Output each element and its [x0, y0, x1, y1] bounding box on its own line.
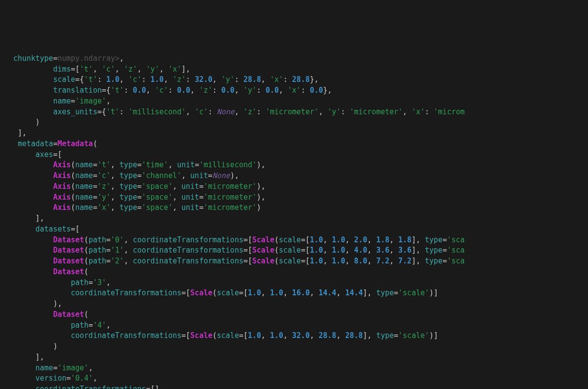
token: '0' [111, 235, 124, 244]
token: 'millisecond' [199, 160, 256, 169]
token: 0.0 [133, 86, 146, 95]
token: , [120, 75, 128, 84]
token: '4' [93, 321, 106, 330]
token: , [172, 182, 181, 191]
token: ], [18, 129, 26, 137]
token: 'z' [124, 65, 137, 74]
token: ( [71, 160, 75, 169]
token: = [93, 203, 98, 212]
token: 8.0 [354, 257, 368, 265]
token: unit [177, 160, 195, 169]
token: =[ [181, 288, 190, 297]
token: ( [274, 246, 279, 255]
token: name [75, 171, 93, 180]
token: , [124, 235, 133, 244]
token: path [89, 235, 106, 244]
token: =[ [301, 246, 310, 255]
token: = [137, 160, 142, 169]
code-line: ], [0, 352, 588, 363]
token: 1.8 [398, 235, 412, 244]
token: 1.0 [310, 257, 323, 265]
token: , [124, 246, 133, 255]
token: scale [217, 288, 239, 297]
token: metadata [18, 139, 53, 148]
token: 28.8 [244, 75, 261, 84]
token: : [142, 75, 150, 84]
token: datasets [35, 225, 71, 233]
token: =[ [53, 150, 62, 159]
token: = [442, 235, 447, 244]
code-line: path='3', [0, 278, 588, 288]
token: Dataset [53, 235, 84, 244]
token: )] [429, 331, 438, 340]
token: numpy [57, 54, 79, 63]
token: Scale [252, 246, 274, 255]
token: , [172, 193, 181, 202]
token: =[ [71, 65, 80, 74]
token: = [137, 203, 142, 212]
token: = [93, 160, 98, 169]
token: Dataset [53, 257, 84, 265]
token: ), [257, 182, 266, 191]
code-line: name='image', [0, 96, 588, 107]
token: , [115, 65, 124, 74]
token: 2.0 [354, 235, 368, 244]
token: ], [412, 257, 425, 265]
token: scale [279, 235, 301, 244]
token: 'sca [447, 246, 465, 255]
token: =[ [239, 331, 248, 340]
token: 'scale' [398, 331, 429, 340]
token: ) [35, 118, 40, 127]
token: 'scale' [398, 288, 429, 297]
token: 'x' [168, 65, 181, 74]
token: , [390, 246, 398, 255]
token: 'z' [172, 75, 186, 84]
token: , [279, 86, 288, 95]
token: Axis [53, 203, 71, 212]
token: type [425, 246, 442, 255]
token: = [89, 321, 93, 330]
token: ) [53, 342, 57, 351]
code-line: coordinateTransformations=[Scale(scale=[… [0, 288, 588, 299]
token: type [425, 257, 442, 265]
token: ), [257, 193, 266, 202]
token: unit [181, 193, 199, 202]
token: 'x' [270, 75, 283, 84]
token: name [75, 193, 93, 202]
token: 32.0 [292, 331, 310, 340]
token: Dataset [53, 310, 84, 319]
token: , [368, 235, 376, 244]
token: type [376, 331, 394, 340]
token: =[ [244, 257, 252, 265]
token: coordinateTransformations [35, 385, 146, 389]
code-line: version='0.4', [0, 373, 588, 384]
token: ), [257, 160, 266, 169]
token: 28.8 [345, 331, 363, 340]
token: 'space' [142, 193, 172, 202]
token: 0.0 [177, 86, 190, 95]
token: ], [35, 353, 44, 362]
token: 32.0 [195, 75, 212, 84]
token: 7.2 [398, 257, 412, 265]
token: 16.0 [292, 288, 310, 297]
token: , [283, 288, 292, 297]
code-line: Dataset(path='1', coordinateTransformati… [0, 245, 588, 256]
token: ], [363, 288, 376, 297]
token: , [368, 257, 376, 265]
token: ], [412, 235, 425, 244]
code-line: Dataset( [0, 310, 588, 320]
token: = [394, 331, 398, 340]
token: , [403, 107, 412, 116]
token: , [323, 235, 332, 244]
token: : [168, 86, 177, 95]
token: coordinateTransformations [133, 246, 244, 255]
token: 'z' [98, 182, 111, 191]
code-line: axes_units={'t': 'millisecond', 'c': Non… [0, 107, 588, 118]
token: 14.4 [345, 288, 363, 297]
code-line: coordinateTransformations=[] [0, 384, 588, 389]
token: 'sca [447, 235, 465, 244]
code-line: Axis(name='t', type='time', unit='millis… [0, 160, 588, 171]
token: ], [363, 331, 376, 340]
token: ( [84, 235, 89, 244]
token: type [120, 182, 137, 191]
